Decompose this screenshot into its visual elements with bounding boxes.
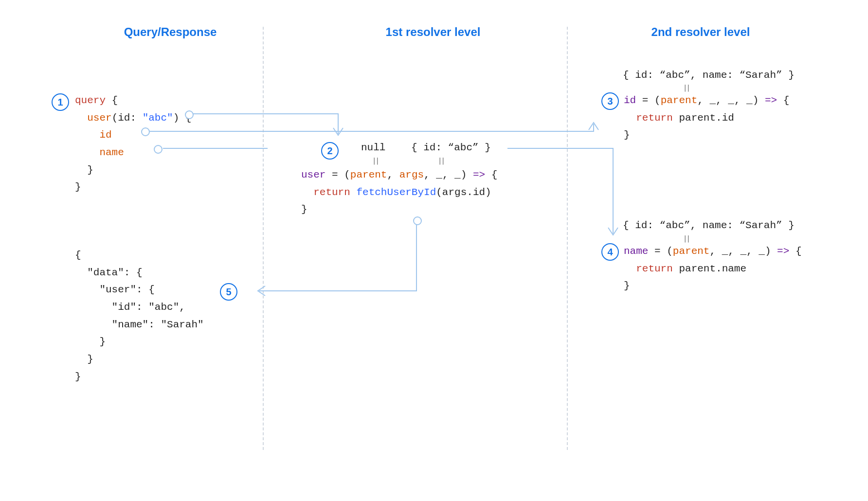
- resolver2-name-code: name = (parent, _, _, _) => { return par…: [624, 243, 802, 295]
- dot-fetch: [413, 216, 422, 225]
- badge-2: 2: [321, 142, 339, 160]
- badge-3: 3: [601, 92, 619, 110]
- field-name: name: [75, 147, 124, 158]
- kw-query: query: [75, 95, 106, 106]
- field-id: id: [75, 129, 112, 141]
- query-code: query { user(id: "abc") { id name } }: [75, 92, 191, 196]
- bracket-args: ||: [438, 157, 444, 164]
- badge-1: 1: [52, 93, 69, 111]
- dot-user: [185, 110, 194, 119]
- resolver2-name-parent-ann: { id: “abc”, name: “Sarah” }: [623, 220, 795, 231]
- resolver2-id-code: id = (parent, _, _, _) => { return paren…: [624, 92, 789, 144]
- badge-5: 5: [220, 283, 237, 301]
- dot-name: [154, 145, 163, 154]
- bracket-null: ||: [372, 157, 379, 164]
- field-user: user: [75, 112, 112, 124]
- resolver1-args-ann: { id: “abc” }: [411, 142, 491, 153]
- bracket-id-parent: ||: [683, 84, 689, 91]
- bracket-name-parent: ||: [683, 234, 689, 242]
- resolver2-id-parent-ann: { id: “abc”, name: “Sarah” }: [623, 70, 795, 81]
- resolver1-code: user = (parent, args, _, _) => { return …: [301, 166, 497, 218]
- dot-id: [141, 127, 150, 136]
- badge-4: 4: [601, 243, 619, 261]
- diagram-stage: Query/Response 1st resolver level 2nd re…: [0, 0, 868, 501]
- response-code: { "data": { "user": { "id": "abc", "name…: [75, 247, 204, 386]
- resolver1-null: null: [361, 142, 385, 153]
